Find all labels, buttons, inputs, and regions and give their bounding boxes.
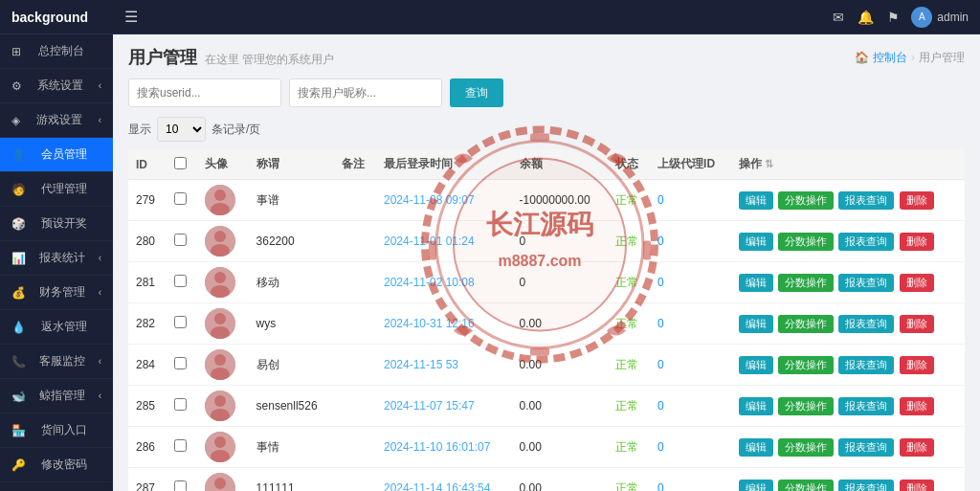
search-nickname-input[interactable]: [289, 78, 442, 107]
avatar: [205, 432, 235, 462]
sidebar-item-service[interactable]: 📞 客服监控 ‹: [0, 345, 113, 379]
cell-checkbox[interactable]: [167, 427, 197, 468]
cell-avatar: [197, 345, 248, 386]
divide-button[interactable]: 分数操作: [778, 480, 834, 492]
sidebar-item-game-settings[interactable]: ◈ 游戏设置 ‹: [0, 103, 113, 138]
cell-last-login: 2024-11-01 01:24: [376, 221, 512, 262]
flag-icon[interactable]: ⚑: [887, 10, 900, 25]
select-all-checkbox[interactable]: [174, 157, 187, 169]
row-checkbox[interactable]: [174, 316, 187, 328]
cell-checkbox[interactable]: [167, 468, 197, 492]
mail-icon[interactable]: ✉: [833, 10, 844, 25]
topbar-user[interactable]: A admin: [911, 7, 969, 28]
agent-link[interactable]: 0: [657, 440, 664, 454]
hamburger-icon[interactable]: ☰: [124, 8, 138, 26]
agent-link[interactable]: 0: [657, 193, 664, 207]
divide-button[interactable]: 分数操作: [778, 397, 834, 415]
cell-checkbox[interactable]: [167, 303, 197, 345]
cell-checkbox[interactable]: [167, 345, 197, 386]
delete-button[interactable]: 删除: [900, 315, 934, 333]
edit-button[interactable]: 编辑: [739, 356, 773, 374]
row-checkbox[interactable]: [174, 480, 187, 491]
edit-button[interactable]: 编辑: [739, 438, 773, 457]
cell-checkbox[interactable]: [167, 262, 197, 303]
sidebar-item-lottery[interactable]: 🎲 预设开奖: [0, 207, 113, 241]
divide-button[interactable]: 分数操作: [778, 191, 834, 210]
divide-button[interactable]: 分数操作: [778, 438, 834, 457]
row-checkbox[interactable]: [174, 398, 187, 411]
cell-checkbox[interactable]: [167, 221, 197, 262]
report-button[interactable]: 报表查询: [838, 438, 894, 457]
cell-agent-id: 0: [650, 303, 730, 345]
sidebar-item-change-pass[interactable]: 🔑 修改密码: [0, 448, 113, 482]
sidebar-item-system-settings[interactable]: ⚙ 系统设置 ‹: [0, 69, 113, 103]
agent-link[interactable]: 0: [657, 276, 664, 289]
cell-note: [334, 262, 376, 303]
divide-button[interactable]: 分数操作: [778, 356, 834, 374]
cell-avatar: [197, 221, 248, 262]
delete-button[interactable]: 删除: [900, 233, 934, 251]
avatar: [205, 473, 235, 491]
sidebar-item-agent-management[interactable]: 🧑 代理管理: [0, 172, 113, 207]
divide-button[interactable]: 分数操作: [778, 274, 834, 292]
show-bar: 显示 10 20 50 100 条记录/页: [128, 117, 965, 142]
page-size-select[interactable]: 10 20 50 100: [157, 117, 206, 142]
edit-button[interactable]: 编辑: [739, 274, 773, 292]
agent-link[interactable]: 0: [657, 317, 664, 330]
stats-icon: 📊: [11, 252, 26, 265]
delete-button[interactable]: 删除: [900, 191, 934, 210]
sidebar-item-cashier[interactable]: 🏪 货间入口: [0, 413, 113, 448]
delete-button[interactable]: 删除: [900, 438, 934, 457]
sidebar-item-dashboard[interactable]: ⊞ 总控制台: [0, 34, 113, 69]
cell-checkbox[interactable]: [167, 180, 197, 221]
edit-button[interactable]: 编辑: [739, 191, 773, 210]
chevron-icon: ‹: [99, 80, 101, 91]
agent-link[interactable]: 0: [657, 358, 664, 371]
page-title: 用户管理: [128, 46, 197, 69]
report-button[interactable]: 报表查询: [838, 233, 894, 251]
divide-button[interactable]: 分数操作: [778, 233, 834, 251]
search-userid-input[interactable]: [128, 78, 281, 107]
query-button[interactable]: 查询: [450, 78, 503, 107]
delete-button[interactable]: 删除: [900, 274, 934, 292]
edit-button[interactable]: 编辑: [739, 233, 773, 251]
edit-button[interactable]: 编辑: [739, 315, 773, 333]
row-checkbox[interactable]: [174, 439, 187, 452]
sidebar-item-finger[interactable]: 🐋 鲸指管理 ‹: [0, 379, 113, 413]
sidebar-item-finance[interactable]: 💰 财务管理 ‹: [0, 276, 113, 310]
sidebar-item-member-management[interactable]: 👤 会员管理: [0, 138, 113, 172]
report-button[interactable]: 报表查询: [838, 397, 894, 415]
row-checkbox[interactable]: [174, 275, 187, 287]
show-prefix: 显示: [128, 122, 151, 138]
edit-button[interactable]: 编辑: [739, 397, 773, 415]
agent-link[interactable]: 0: [657, 481, 664, 491]
delete-button[interactable]: 删除: [900, 397, 934, 415]
row-checkbox[interactable]: [174, 192, 187, 205]
report-button[interactable]: 报表查询: [838, 356, 894, 374]
divide-button[interactable]: 分数操作: [778, 315, 834, 333]
agent-link[interactable]: 0: [657, 234, 664, 248]
page-subtitle: 在这里 管理您的系统用户: [205, 52, 334, 68]
report-button[interactable]: 报表查询: [838, 274, 894, 292]
sidebar-item-stats[interactable]: 📊 报表统计 ‹: [0, 241, 113, 276]
row-checkbox[interactable]: [174, 234, 187, 246]
settings-icon: ⚙: [11, 79, 22, 93]
report-button[interactable]: 报表查询: [838, 480, 894, 492]
row-checkbox[interactable]: [174, 357, 187, 369]
cell-checkbox[interactable]: [167, 386, 197, 427]
edit-button[interactable]: 编辑: [739, 480, 773, 492]
sidebar-item-water[interactable]: 💧 返水管理: [0, 310, 113, 345]
svg-point-13: [214, 354, 226, 366]
delete-button[interactable]: 删除: [900, 480, 934, 492]
cell-last-login: 2024-11-02 10:08: [376, 262, 512, 303]
report-button[interactable]: 报表查询: [838, 315, 894, 333]
bell-icon[interactable]: 🔔: [858, 10, 874, 25]
delete-button[interactable]: 删除: [900, 356, 934, 374]
breadcrumb-home-link[interactable]: 控制台: [873, 50, 907, 66]
user-label: admin: [937, 11, 969, 24]
agent-link[interactable]: 0: [657, 399, 664, 413]
status-badge: 正常: [615, 440, 638, 454]
filter-bar: 查询: [128, 78, 965, 107]
report-button[interactable]: 报表查询: [838, 191, 894, 210]
chevron-icon: ‹: [99, 356, 101, 367]
